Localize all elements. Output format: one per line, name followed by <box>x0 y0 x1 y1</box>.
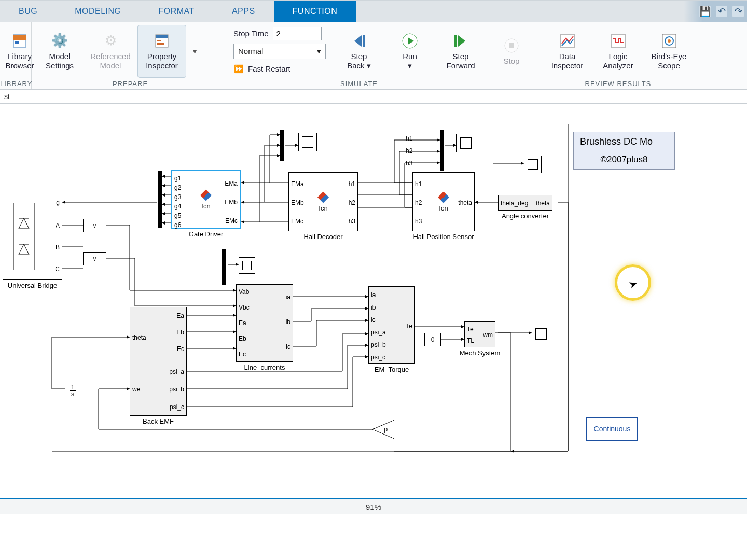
step-back-icon <box>350 32 368 50</box>
chevron-down-icon: ▾ <box>367 61 371 70</box>
step-back-button[interactable]: Step Back ▾ <box>335 25 383 77</box>
undo-icon[interactable]: ↶ <box>716 6 727 17</box>
tab-modeling[interactable]: MODELING <box>56 1 140 22</box>
tab-function[interactable]: FUNCTION <box>274 1 356 22</box>
tabstrip: BUG MODELING FORMAT APPS FUNCTION 💾 ↶ ↷ <box>0 0 747 22</box>
inspector-icon <box>153 32 171 50</box>
block-vmeasure-ab[interactable]: v <box>83 219 106 232</box>
birds-eye-scope-button[interactable]: Bird's-EyeScope <box>645 25 693 77</box>
block-back-emf[interactable]: theta we Ea Eb Ec psi_a psi_b psi_c Back… <box>130 307 187 416</box>
block-integrator[interactable]: 1s <box>65 381 80 400</box>
logic-analyzer-button[interactable]: LogicAnalyzer <box>594 25 642 77</box>
logic-analyzer-icon <box>610 32 627 50</box>
bridge-glyph-icon <box>3 192 62 279</box>
svg-marker-7 <box>354 35 362 47</box>
block-hall-decoder[interactable]: EMa EMb EMc h1 h2 h3 fcn Hall Decoder <box>288 172 358 231</box>
status-bar: 91% <box>0 498 747 514</box>
model-settings-button[interactable]: ⚙️ Model Settings <box>36 25 84 77</box>
gear-icon: ⚙️ <box>51 32 68 50</box>
block-mux-vab[interactable] <box>222 249 226 285</box>
library-icon <box>11 32 29 50</box>
model-path-text: st <box>4 92 10 101</box>
svg-rect-6 <box>157 43 164 45</box>
block-universal-bridge[interactable]: g A B C Universal Bridge <box>3 192 62 280</box>
group-prepare-label: PREPARE <box>32 78 229 89</box>
block-vmeasure-bc[interactable]: v <box>83 252 106 265</box>
block-scope-vab[interactable] <box>239 257 255 274</box>
matlab-fcn-icon <box>200 190 212 201</box>
svg-rect-2 <box>15 41 19 44</box>
model-canvas[interactable]: g A B C Universal Bridge v v g1 g2 g3 g4… <box>0 104 747 498</box>
step-forward-button[interactable]: Step Forward <box>437 25 485 77</box>
svg-point-19 <box>668 39 671 43</box>
svg-rect-4 <box>156 35 168 38</box>
svg-rect-1 <box>13 35 26 40</box>
cursor-pointer-icon: ➤ <box>627 277 639 291</box>
prepare-expand-arrow[interactable]: ▾ <box>189 47 200 55</box>
block-constant-zero[interactable]: 0 <box>424 333 441 346</box>
property-inspector-button[interactable]: Property Inspector <box>137 25 186 78</box>
ribbon: Library Browser LIBRARY ⚙️ Model Setting… <box>0 22 747 90</box>
tab-debug[interactable]: BUG <box>0 1 56 22</box>
highlight-ring <box>615 264 651 301</box>
block-label: Universal Bridge <box>8 282 57 289</box>
stop-time-label: Stop Time <box>233 29 269 38</box>
library-browser-label2: Browser <box>6 61 34 70</box>
model-annotation[interactable]: Brushless DC Mo ©2007plus8 <box>573 132 675 170</box>
step-forward-icon <box>452 32 469 50</box>
tab-format[interactable]: FORMAT <box>140 1 213 22</box>
group-simulate-label: SIMULATE <box>229 78 489 89</box>
library-browser-label1: Library <box>8 52 32 61</box>
block-angle-converter[interactable]: theta_deg theta Angle converter <box>498 195 552 211</box>
chevron-down-icon: ▾ <box>408 61 412 70</box>
model-path-bar[interactable]: st <box>0 90 747 104</box>
chevron-down-icon: ▾ <box>317 47 321 56</box>
block-scope-hall[interactable] <box>457 134 475 152</box>
svg-marker-26 <box>372 420 394 439</box>
block-scope-theta[interactable] <box>524 156 542 173</box>
zoom-level: 91% <box>366 502 381 511</box>
block-line-currents[interactable]: Vab Vbc Ea Eb Ec ia ib ic Line_currents <box>236 284 293 362</box>
svg-rect-11 <box>454 35 457 47</box>
birds-eye-icon <box>660 32 678 50</box>
group-library: Library Browser LIBRARY <box>0 22 32 89</box>
tab-apps[interactable]: APPS <box>213 1 274 22</box>
group-review-label: REVIEW RESULTS <box>489 78 747 89</box>
play-icon <box>401 32 419 50</box>
svg-marker-12 <box>458 35 465 47</box>
group-review: DataInspector LogicAnalyzer Bird's-EyeSc… <box>489 22 747 89</box>
block-scope-wm[interactable] <box>532 325 550 343</box>
gear-hollow-icon: ⚙ <box>102 32 119 50</box>
data-inspector-button[interactable]: DataInspector <box>544 25 591 77</box>
block-mux-hall[interactable] <box>440 130 444 171</box>
run-button[interactable]: Run ▾ <box>386 25 434 77</box>
block-powergui[interactable]: Continuous <box>586 417 638 441</box>
block-gate-driver[interactable]: g1 g2 g3 g4 g5 g6 EMa EMb EMc fcn Gate D… <box>171 170 241 229</box>
block-hall-position-sensor[interactable]: h1 h2 h3 theta fcn Hall Position Sensor <box>412 172 475 231</box>
data-inspector-icon <box>559 32 576 50</box>
svg-marker-24 <box>19 244 29 255</box>
matlab-fcn-icon <box>438 192 449 203</box>
library-browser-button[interactable]: Library Browser <box>4 25 35 77</box>
block-scope-em[interactable] <box>298 133 317 151</box>
svg-rect-8 <box>363 35 365 47</box>
block-mux-em[interactable] <box>280 130 284 161</box>
svg-rect-5 <box>157 40 161 41</box>
stop-time-input[interactable] <box>273 27 322 40</box>
group-simulate: Stop Time Normal ▾ ⏩ Fast Restart <box>229 22 489 89</box>
block-em-torque[interactable]: ia ib ic psi_a psi_b psi_c Te EM_Torque <box>368 286 415 364</box>
simulation-mode-dropdown[interactable]: Normal ▾ <box>233 44 326 59</box>
block-gain-p[interactable]: p <box>372 420 394 439</box>
group-prepare: ⚙️ Model Settings ⚙ Referenced Model Pro <box>32 22 229 89</box>
block-mux-gates[interactable] <box>158 171 162 228</box>
titlebar-quick-tools: 💾 ↶ ↷ <box>684 1 747 22</box>
matlab-fcn-icon <box>317 192 329 203</box>
svg-marker-22 <box>19 218 29 229</box>
block-mech-system[interactable]: Te TL wm Mech System <box>464 321 495 347</box>
redo-icon[interactable]: ↷ <box>732 6 744 17</box>
fast-restart-label[interactable]: Fast Restart <box>248 64 290 73</box>
referenced-model-button[interactable]: ⚙ Referenced Model <box>87 25 134 77</box>
fast-restart-icon: ⏩ <box>233 64 244 74</box>
group-library-label: LIBRARY <box>0 78 31 89</box>
save-icon[interactable]: 💾 <box>699 6 711 17</box>
